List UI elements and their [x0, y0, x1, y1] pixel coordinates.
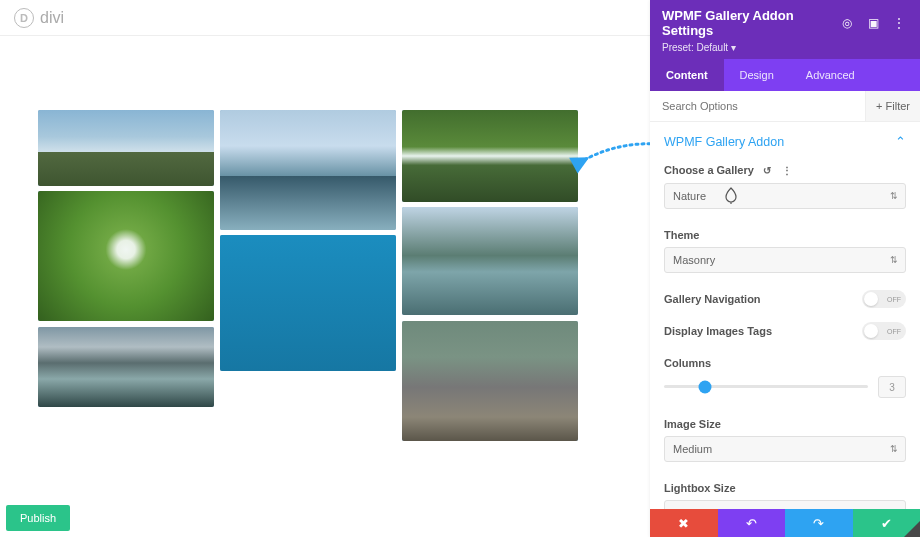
- more-icon[interactable]: ⋮: [890, 14, 908, 32]
- search-input[interactable]: [650, 91, 865, 121]
- divi-logo-icon: D: [14, 8, 34, 28]
- check-icon: ✔: [881, 516, 892, 531]
- panel-tabs: Content Design Advanced: [650, 59, 920, 91]
- gallery-select[interactable]: Nature: [664, 183, 906, 209]
- choose-gallery-label: Choose a Gallery: [664, 164, 754, 176]
- panel-scroll[interactable]: WPMF Gallery Addon⌃ Choose a Gallery ↺ ⋮…: [650, 122, 920, 509]
- gallery-image[interactable]: [38, 327, 214, 407]
- display-tags-toggle[interactable]: OFF: [862, 322, 906, 340]
- panel-header: WPMF Gallery Addon Settings ◎ ▣ ⋮ Preset…: [650, 0, 920, 59]
- tab-design[interactable]: Design: [724, 59, 790, 91]
- gallery-image[interactable]: [220, 235, 396, 371]
- theme-select[interactable]: Masonry: [664, 247, 906, 273]
- publish-button[interactable]: Publish: [6, 505, 70, 531]
- cancel-button[interactable]: ✖: [650, 509, 718, 537]
- columns-slider[interactable]: [664, 385, 868, 388]
- image-size-label: Image Size: [664, 418, 721, 430]
- section-header[interactable]: WPMF Gallery Addon⌃: [664, 134, 906, 149]
- gallery-nav-label: Gallery Navigation: [664, 293, 761, 305]
- redo-button[interactable]: ↷: [785, 509, 853, 537]
- panel-footer: ✖ ↶ ↷ ✔: [650, 509, 920, 537]
- columns-value[interactable]: 3: [878, 376, 906, 398]
- columns-label: Columns: [664, 357, 711, 369]
- gallery-image[interactable]: [402, 321, 578, 441]
- responsive-icon[interactable]: ◎: [838, 14, 856, 32]
- undo-button[interactable]: ↶: [718, 509, 786, 537]
- gallery-image[interactable]: [38, 191, 214, 321]
- settings-panel: WPMF Gallery Addon Settings ◎ ▣ ⋮ Preset…: [650, 0, 920, 537]
- resize-handle[interactable]: [904, 521, 920, 537]
- layout-icon[interactable]: ▣: [864, 14, 882, 32]
- gallery-image[interactable]: [402, 207, 578, 315]
- image-gallery[interactable]: [38, 110, 578, 441]
- image-size-select[interactable]: Medium: [664, 436, 906, 462]
- brand-name: divi: [40, 9, 64, 27]
- plus-icon: +: [876, 100, 882, 112]
- search-row: +Filter: [650, 91, 920, 122]
- theme-label: Theme: [664, 229, 699, 241]
- lightbox-size-label: Lightbox Size: [664, 482, 736, 494]
- lightbox-size-select[interactable]: Large: [664, 500, 906, 509]
- gallery-image[interactable]: [38, 110, 214, 186]
- kebab-icon[interactable]: ⋮: [780, 163, 794, 177]
- redo-icon: ↷: [813, 516, 824, 531]
- tab-content[interactable]: Content: [650, 59, 724, 91]
- panel-title: WPMF Gallery Addon Settings: [662, 8, 830, 38]
- chevron-up-icon: ⌃: [895, 134, 906, 149]
- editor-canvas: [0, 36, 650, 537]
- display-tags-label: Display Images Tags: [664, 325, 772, 337]
- filter-button[interactable]: +Filter: [865, 91, 920, 121]
- divi-logo: D divi: [14, 8, 64, 28]
- slider-thumb[interactable]: [698, 380, 711, 393]
- reset-icon[interactable]: ↺: [760, 163, 774, 177]
- undo-icon: ↶: [746, 516, 757, 531]
- gallery-image[interactable]: [220, 110, 396, 230]
- tab-advanced[interactable]: Advanced: [790, 59, 871, 91]
- gallery-nav-toggle[interactable]: OFF: [862, 290, 906, 308]
- close-icon: ✖: [678, 516, 689, 531]
- preset-dropdown[interactable]: Preset: Default ▾: [662, 42, 908, 53]
- gallery-image[interactable]: [402, 110, 578, 202]
